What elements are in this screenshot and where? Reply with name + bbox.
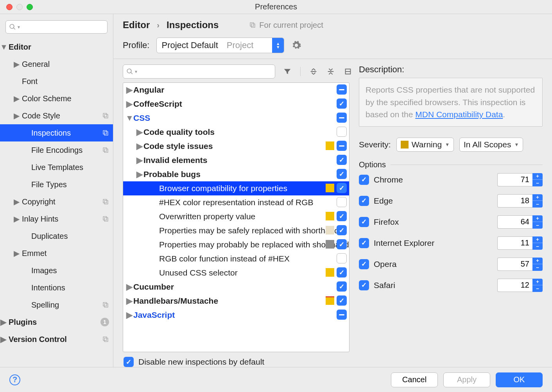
inspection-search-input[interactable]: ▼ [123,64,275,79]
sidebar-item-duplicates[interactable]: Duplicates [0,227,113,245]
stepper-down-icon[interactable]: − [532,222,543,229]
inspection-checkbox[interactable] [337,183,347,193]
inspection-row[interactable]: RGB color function instead of #HEX [123,252,349,266]
inspection-checkbox[interactable] [337,281,347,292]
inspection-checkbox[interactable] [337,197,347,207]
help-button[interactable]: ? [9,374,20,385]
sidebar-item-file-encodings[interactable]: File Encodings [0,141,113,159]
sidebar-item-copyright[interactable]: ▶Copyright [0,193,113,210]
inspection-checkbox[interactable] [337,253,347,263]
inspection-row[interactable]: Properties may be safely replaced with s… [123,224,349,238]
expand-all-icon[interactable] [309,67,318,76]
stepper-down-icon[interactable]: − [532,243,543,250]
stepper-up-icon[interactable]: + [532,258,543,265]
stepper-down-icon[interactable]: − [532,285,543,292]
stepper-up-icon[interactable]: + [532,236,543,243]
sidebar-item-editor[interactable]: ▼Editor [0,38,113,55]
browser-checkbox[interactable] [359,238,369,248]
stepper-up-icon[interactable]: + [532,279,543,286]
stepper-down-icon[interactable]: − [532,264,543,271]
inspection-row[interactable]: ▶Cucumber [123,280,349,294]
inspection-checkbox[interactable] [337,155,347,165]
inspection-row[interactable]: Unused CSS selector [123,266,349,280]
inspection-row[interactable]: ▶JavaScript [123,308,349,322]
browser-version-input[interactable] [497,215,532,229]
browser-checkbox[interactable] [359,217,369,227]
ok-button[interactable]: OK [496,372,543,387]
browser-checkbox[interactable] [359,259,369,269]
inspection-tree[interactable]: ▶Angular▶CoffeeScript▼CSS▶Code quality t… [123,82,349,352]
sidebar-item-code-style[interactable]: ▶Code Style [0,107,113,124]
description-link[interactable]: MDN Compatibility Data [415,110,503,119]
sidebar-item-images[interactable]: Images [0,262,113,279]
inspection-row[interactable]: ▼CSS [123,111,349,125]
inspection-row[interactable]: Properties may probably be replaced with… [123,238,349,252]
browser-checkbox[interactable] [359,175,369,185]
stepper[interactable]: +− [532,236,543,250]
sidebar-item-inlay-hints[interactable]: ▶Inlay Hints [0,210,113,227]
inspection-row[interactable]: ▶Handlebars/Mustache [123,294,349,308]
sidebar-search-input[interactable]: ▼ [5,20,108,34]
sidebar-item-inspections[interactable]: Inspections [0,124,113,141]
browser-name: Edge [374,196,493,206]
cancel-button[interactable]: Cancel [391,372,438,387]
stepper[interactable]: +− [532,194,543,208]
inspection-checkbox[interactable] [337,127,347,137]
browser-version-input[interactable] [497,258,532,271]
stepper[interactable]: +− [532,215,543,229]
inspection-checkbox[interactable] [337,310,347,320]
severity-swatch-icon [326,240,334,249]
inspection-checkbox[interactable] [337,98,347,109]
inspection-checkbox[interactable] [337,113,347,123]
stepper-up-icon[interactable]: + [532,215,543,222]
sidebar-item-color-scheme[interactable]: ▶Color Scheme [0,90,113,107]
sidebar-item-font[interactable]: Font [0,73,113,90]
stepper[interactable]: +− [532,258,543,271]
stepper[interactable]: +− [532,173,543,186]
stepper[interactable]: +− [532,279,543,292]
scope-select[interactable]: In All Scopes ▼ [459,138,523,152]
inspection-row[interactable]: ▶Invalid elements [123,153,349,167]
inspection-checkbox[interactable] [337,239,347,249]
inspection-row[interactable]: ▶Code quality tools [123,125,349,139]
browser-checkbox[interactable] [359,196,369,206]
stepper-down-icon[interactable]: − [532,180,543,186]
inspection-row[interactable]: Overwritten property value [123,209,349,224]
profile-select[interactable]: Project Default Project ▲▼ [156,38,284,53]
disable-new-checkbox[interactable] [124,357,134,367]
inspection-checkbox[interactable] [337,225,347,235]
inspection-row[interactable]: ▶Probable bugs [123,167,349,181]
browser-version-input[interactable] [497,194,532,208]
sidebar-item-general[interactable]: ▶General [0,55,113,73]
sidebar-item-plugins[interactable]: ▶Plugins1 [0,313,113,331]
sidebar-item-emmet[interactable]: ▶Emmet [0,245,113,262]
collapse-all-icon[interactable] [326,67,335,76]
sidebar-item-spelling[interactable]: Spelling [0,296,113,313]
sidebar-item-version-control[interactable]: ▶Version Control [0,331,113,348]
inspection-row[interactable]: ▶CoffeeScript [123,97,349,111]
stepper-down-icon[interactable]: − [532,201,543,208]
inspection-row[interactable]: #HEX color representation instead of RGB [123,195,349,209]
inspection-row[interactable]: ▶Code style issues [123,139,349,153]
sidebar-item-live-templates[interactable]: Live Templates [0,159,113,176]
stepper-up-icon[interactable]: + [532,194,543,201]
inspection-checkbox[interactable] [337,141,347,151]
sidebar-item-intentions[interactable]: Intentions [0,279,113,296]
inspection-row[interactable]: Browser compatibility for properties [123,181,349,195]
inspection-checkbox[interactable] [337,211,347,221]
inspection-checkbox[interactable] [337,169,347,179]
browser-version-input[interactable] [497,279,532,292]
sidebar-item-file-types[interactable]: File Types [0,176,113,193]
inspection-checkbox[interactable] [337,295,347,306]
inspection-checkbox[interactable] [337,84,347,95]
browser-checkbox[interactable] [359,280,369,290]
apply-button[interactable]: Apply [443,372,490,387]
browser-version-input[interactable] [497,236,532,250]
stepper-up-icon[interactable]: + [532,173,543,180]
inspection-checkbox[interactable] [337,267,347,277]
inspection-row[interactable]: ▶Angular [123,83,349,97]
gear-icon[interactable] [291,40,301,50]
severity-select[interactable]: Warning ▼ [396,138,454,152]
browser-version-input[interactable] [497,173,532,186]
filter-icon[interactable] [283,67,292,76]
